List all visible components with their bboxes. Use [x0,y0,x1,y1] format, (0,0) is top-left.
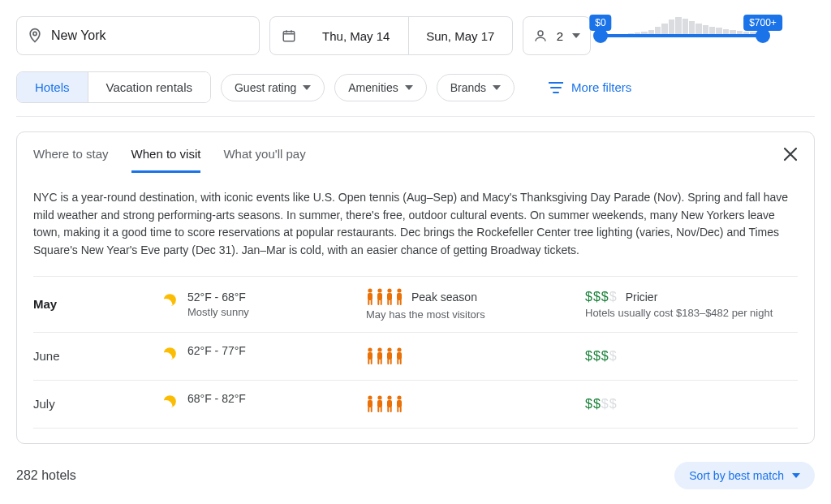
month-row: June62°F - 77°F$$$$ [33,333,798,381]
svg-rect-12 [381,299,382,305]
travel-insights-card: Where to stay When to visit What you'll … [16,131,815,444]
svg-rect-7 [368,299,369,305]
popularity-cell [366,395,585,413]
svg-point-4 [157,303,172,311]
more-filters-button[interactable]: More filters [549,80,631,94]
svg-rect-42 [368,400,372,407]
price-cell: $$$$ [585,397,798,411]
accommodation-type-toggle: Hotels Vacation rentals [16,71,211,103]
svg-rect-11 [377,299,379,305]
tab-where-to-stay[interactable]: Where to stay [33,147,109,173]
weather-cell: 68°F - 82°F [155,392,366,416]
close-button[interactable] [783,147,798,173]
crowd-icon [366,395,403,413]
price-label: Pricier [626,291,658,304]
map-pin-icon [27,28,43,44]
guest-rating-filter[interactable]: Guest rating [221,74,325,101]
svg-rect-6 [368,293,372,300]
price-sub: Hotels usually cost $183–$482 per night [585,307,798,319]
svg-rect-30 [381,359,382,364]
svg-rect-29 [377,359,379,364]
brands-filter[interactable]: Brands [437,74,515,101]
price-cell: $$$$ [585,349,798,364]
svg-rect-16 [390,299,392,305]
month-row: July68°F - 82°F$$$$ [33,381,798,429]
location-input[interactable]: New York [16,16,260,55]
svg-rect-1 [283,32,295,41]
month-row: May52°F - 68°FMostly sunnyPeak seasonMay… [33,276,798,333]
chevron-down-icon [405,85,413,90]
svg-point-35 [397,347,401,351]
checkout-date[interactable]: Sun, May 17 [409,17,513,54]
svg-rect-52 [390,407,392,412]
weather-icon [155,392,179,416]
amenities-filter[interactable]: Amenities [334,74,426,101]
svg-rect-50 [387,400,392,407]
svg-point-22 [157,356,172,364]
svg-point-41 [368,395,372,399]
month-name: July [33,397,155,411]
month-table: May52°F - 68°FMostly sunnyPeak seasonMay… [33,276,798,429]
svg-rect-8 [371,299,372,305]
svg-rect-15 [387,299,389,305]
sort-dropdown[interactable]: Sort by best match [674,462,815,489]
svg-rect-54 [397,400,402,407]
guests-selector[interactable]: 2 [523,16,591,55]
calendar-icon [270,28,304,43]
when-to-visit-description: NYC is a year-round destination, with ic… [33,189,798,260]
price-max-handle[interactable] [756,28,770,43]
svg-rect-37 [397,359,398,364]
price-level-icon: $$$$ [585,290,618,304]
location-value: New York [51,28,249,43]
price-level-icon: $$$$ [585,397,618,411]
checkin-date[interactable]: Thu, May 14 [304,17,408,54]
svg-point-23 [368,347,372,351]
month-name: June [33,349,155,363]
month-name: May [33,297,155,311]
price-histogram [601,16,763,34]
results-count: 282 hotels [16,468,76,483]
hotels-tab[interactable]: Hotels [17,72,88,102]
svg-rect-26 [371,359,372,364]
popularity-label: Peak season [411,291,477,304]
popularity-cell [366,347,585,365]
svg-point-9 [377,288,381,292]
svg-point-2 [538,31,543,36]
svg-rect-56 [400,407,402,412]
temperature-range: 52°F - 68°F [187,291,249,304]
svg-rect-33 [387,359,389,364]
chevron-down-icon [303,85,311,90]
vacation-rentals-tab[interactable]: Vacation rentals [88,72,210,102]
svg-rect-32 [387,352,392,360]
svg-point-27 [377,347,381,351]
price-level-icon: $$$$ [585,349,618,364]
svg-rect-20 [400,299,402,305]
svg-point-5 [368,288,372,292]
svg-point-17 [397,288,401,292]
svg-rect-44 [371,407,372,412]
tab-what-youll-pay[interactable]: What you'll pay [223,147,305,173]
person-icon [533,28,548,43]
svg-rect-10 [377,293,382,300]
svg-rect-48 [381,407,382,412]
svg-rect-43 [368,407,369,412]
price-range-slider[interactable]: $0 $700+ [601,16,763,55]
price-min-handle[interactable] [593,28,608,43]
crowd-icon [366,347,403,365]
popularity-cell: Peak seasonMay has the most visitors [366,288,585,321]
chevron-down-icon [572,33,580,38]
weather-cell: 52°F - 68°FMostly sunny [155,291,366,318]
svg-rect-18 [397,293,402,300]
svg-rect-38 [400,359,402,364]
close-icon [783,147,798,162]
svg-rect-51 [387,407,389,412]
svg-point-49 [387,395,391,399]
guests-count: 2 [557,29,563,43]
crowd-icon [366,288,403,306]
price-cell: $$$$PricierHotels usually cost $183–$482… [585,290,798,319]
svg-rect-25 [368,359,369,364]
chevron-down-icon [792,473,800,478]
svg-point-31 [387,347,391,351]
svg-point-0 [33,32,37,35]
tab-when-to-visit[interactable]: When to visit [131,147,201,173]
